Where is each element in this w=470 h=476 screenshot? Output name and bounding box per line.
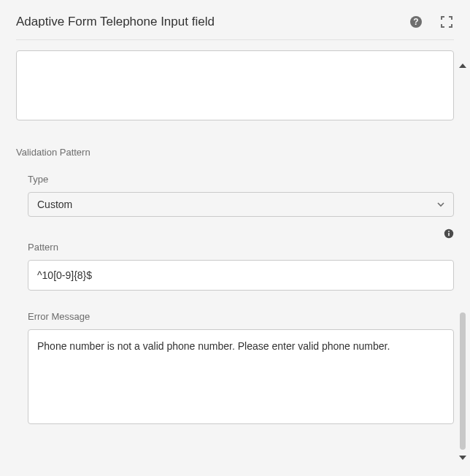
pattern-label: Pattern	[28, 242, 454, 253]
help-icon[interactable]: ?	[409, 15, 423, 29]
svg-rect-4	[448, 231, 450, 232]
pattern-field-row	[28, 260, 454, 291]
panel-content: Validation Pattern Type Pattern Error Me…	[0, 40, 470, 427]
panel-title: Adaptive Form Telephone Input field	[16, 15, 215, 29]
type-field-row	[28, 192, 454, 217]
header-actions: ?	[409, 15, 454, 29]
type-select-wrap	[28, 192, 454, 217]
info-icon[interactable]	[444, 229, 454, 239]
error-message-label: Error Message	[28, 311, 454, 322]
scrollbar-thumb[interactable]	[460, 312, 466, 450]
properties-panel: Adaptive Form Telephone Input field ? Va…	[0, 0, 470, 476]
pattern-info-row	[16, 229, 454, 239]
description-textarea[interactable]	[16, 50, 454, 120]
type-select[interactable]	[28, 192, 454, 217]
svg-rect-3	[448, 233, 450, 236]
error-message-textarea[interactable]	[28, 329, 454, 424]
type-label: Type	[28, 174, 454, 185]
error-message-field-row	[28, 329, 454, 427]
scroll-up-icon[interactable]	[458, 62, 467, 69]
panel-header: Adaptive Form Telephone Input field ?	[0, 0, 470, 39]
svg-text:?: ?	[413, 17, 418, 27]
fullscreen-icon[interactable]	[439, 15, 454, 29]
scroll-down-icon[interactable]	[458, 454, 467, 461]
pattern-input[interactable]	[28, 260, 454, 291]
section-validation-pattern: Validation Pattern	[16, 147, 454, 158]
